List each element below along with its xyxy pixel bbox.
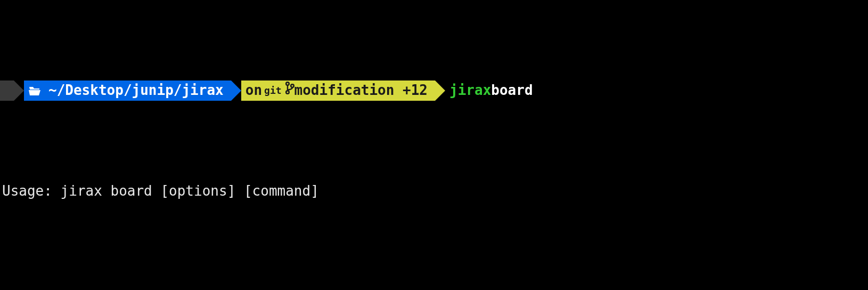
segment-arrow	[435, 80, 445, 101]
command-arg: board	[491, 80, 533, 101]
usage-line: Usage: jirax board [options] [command]	[0, 181, 868, 202]
svg-point-2	[291, 84, 294, 87]
git-branch-icon	[285, 80, 294, 101]
svg-point-1	[286, 91, 289, 94]
folder-open-icon	[28, 85, 41, 96]
shell-prompt[interactable]: ~/Desktop/junip/jirax on git modificatio…	[0, 80, 868, 101]
path-current-dir: jirax	[182, 80, 223, 101]
git-text-icon: git	[264, 84, 282, 98]
segment-arrow	[14, 80, 24, 101]
svg-point-0	[286, 82, 289, 85]
apple-segment	[0, 80, 14, 101]
git-segment: on git modification +12	[241, 80, 435, 101]
command-name: jirax	[449, 80, 491, 101]
path-segment: ~/Desktop/junip/jirax	[24, 80, 231, 101]
blank-line	[0, 241, 868, 262]
git-on-label: on	[245, 80, 262, 101]
command-input[interactable]: jirax board	[445, 80, 541, 101]
path-prefix: ~/Desktop/junip/	[48, 80, 182, 101]
segment-arrow	[231, 80, 241, 101]
git-branch-name: modification +12	[294, 80, 428, 101]
terminal-output: Usage: jirax board [options] [command] J…	[0, 141, 868, 290]
